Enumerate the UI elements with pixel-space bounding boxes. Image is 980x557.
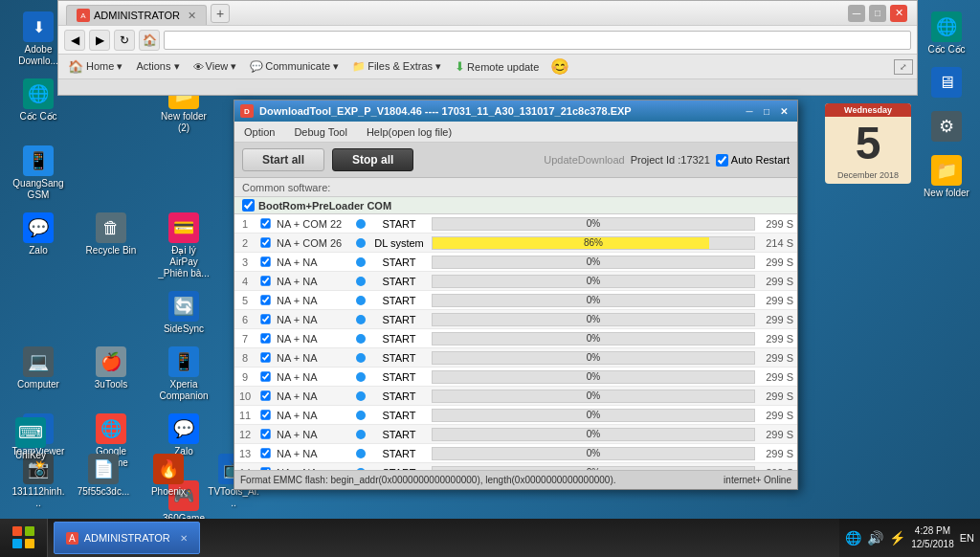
nav-forward[interactable]: ▶ (89, 30, 110, 51)
taskbar-item-administrator[interactable]: A ADMINISTRATOR ✕ (54, 522, 200, 554)
browser-maximize[interactable]: □ (869, 5, 886, 22)
row-port: NA + COM 22 (275, 218, 351, 230)
taskbar-time: 4:28 PM (911, 524, 954, 538)
stop-all-button[interactable]: Stop all (332, 148, 413, 171)
section-header: BootRom+PreLoader COM (234, 197, 797, 214)
tab-close-icon[interactable]: ✕ (188, 10, 196, 22)
row-progress: 0% (428, 294, 759, 307)
row-check[interactable] (256, 313, 275, 325)
new-tab-button[interactable]: + (211, 4, 230, 23)
window-title: DownloadTool_EXP_P_V1804.46 ---- 17031_1… (259, 105, 742, 117)
fullscreen-toggle[interactable]: ⤢ (894, 59, 913, 75)
row-progress: 0% (428, 275, 759, 288)
start-all-button[interactable]: Start all (242, 148, 324, 171)
browser-chrome: A ADMINISTRATOR ✕ + ─ □ ✕ ◀ ▶ ↻ 🏠 🏠 Home… (57, 0, 918, 96)
row-port: NA + NA (275, 429, 351, 440)
row-check[interactable] (256, 332, 275, 345)
icon-coc-coc-right[interactable]: 🌐 Cốc Cốc (916, 8, 977, 59)
menu-option[interactable]: Option (238, 124, 280, 140)
table-row: 11 NA + NA START 0% 299 S (234, 406, 797, 425)
table-row: 9 NA + NA START 0% 299 S (234, 368, 797, 387)
row-check[interactable] (256, 370, 275, 383)
menu-view[interactable]: 👁 View ▾ (188, 58, 243, 75)
menu-communicate[interactable]: 💬 Communicate ▾ (244, 58, 345, 75)
row-num: 11 (234, 410, 256, 421)
menu-emoji: 😊 (550, 57, 569, 76)
window-restore-btn[interactable]: □ (759, 103, 774, 119)
row-action: START (370, 295, 428, 306)
row-check[interactable] (256, 256, 275, 268)
icon-3utools[interactable]: 🍎 3uTools (80, 343, 142, 406)
window-close-btn[interactable]: ✕ (776, 103, 791, 119)
menu-help[interactable]: Help(open log file) (361, 124, 457, 140)
row-check[interactable] (256, 275, 275, 287)
row-dot (351, 353, 370, 363)
start-button[interactable] (0, 519, 48, 557)
row-dot (351, 334, 370, 344)
row-port: NA + COM 26 (275, 237, 351, 249)
row-check[interactable] (256, 409, 275, 421)
row-check[interactable] (256, 294, 275, 306)
icon-unikey[interactable]: ⌨ UniKey (0, 413, 61, 465)
row-port: NA + NA (275, 295, 351, 306)
row-time: 299 S (759, 410, 797, 421)
browser-tab[interactable]: A ADMINISTRATOR ✕ (66, 5, 207, 25)
row-check[interactable] (256, 351, 275, 364)
menu-remote[interactable]: ⬇ Remote update (449, 57, 545, 76)
row-check[interactable] (256, 390, 275, 402)
row-progress: 0% (428, 313, 759, 326)
row-port: NA + NA (275, 352, 351, 364)
row-num: 10 (234, 390, 256, 402)
row-check[interactable] (256, 236, 275, 249)
row-dot (351, 219, 370, 229)
menu-home[interactable]: 🏠 Home ▾ (62, 57, 128, 76)
nav-back[interactable]: ◀ (64, 30, 85, 51)
nav-home[interactable]: 🏠 (139, 30, 160, 51)
menu-debug[interactable]: Debug Tool (288, 124, 352, 140)
row-progress: 0% (428, 428, 759, 441)
browser-minimize[interactable]: ─ (848, 5, 865, 22)
icon-settings-right[interactable]: ⚙ (916, 107, 977, 147)
icon-teamviewer-right[interactable]: 🖥 (916, 63, 977, 103)
browser-close[interactable]: ✕ (890, 5, 907, 22)
icon-computer[interactable]: 💻 Computer (8, 343, 69, 406)
row-check[interactable] (256, 466, 275, 470)
icon-daily-airpay[interactable]: 💳 Đại lý AirPay _Phiên bà... (153, 209, 214, 283)
menu-actions[interactable]: Actions ▾ (130, 58, 185, 75)
row-port: NA + NA (275, 390, 351, 402)
windows-logo (12, 526, 35, 549)
table-row: 1 NA + COM 22 START 0% 299 S (234, 214, 797, 234)
row-progress: 0% (428, 447, 759, 460)
row-progress: 0% (428, 332, 759, 345)
row-check[interactable] (256, 217, 275, 230)
icon-75f[interactable]: 📄 75f55c3dc... (73, 450, 134, 513)
row-time: 299 S (759, 256, 797, 268)
window-minimize-btn[interactable]: ─ (742, 103, 757, 119)
update-link[interactable]: UpdateDownload (544, 154, 624, 166)
taskbar-date: 12/5/2018 (911, 538, 954, 551)
nav-refresh[interactable]: ↻ (114, 30, 135, 51)
taskbar-close-icon[interactable]: ✕ (180, 533, 188, 544)
icon-sidesync[interactable]: 🔄 SideSync (153, 287, 214, 339)
row-progress: 0% (428, 466, 759, 471)
icon-phoenix[interactable]: 🔥 Phoenix (138, 450, 199, 513)
icon-xperia[interactable]: 📱 Xperia Companion (153, 343, 214, 406)
row-dot (351, 391, 370, 401)
taskbar-items: A ADMINISTRATOR ✕ (48, 519, 839, 557)
menu-files[interactable]: 📁 Files & Extras ▾ (346, 58, 447, 75)
row-num: 9 (234, 371, 256, 383)
icon-quangsang[interactable]: 📱 QuangSang GSM (8, 142, 69, 205)
common-software-bar: Common software: (234, 178, 797, 197)
row-check[interactable] (256, 447, 275, 459)
row-time: 299 S (759, 352, 797, 364)
auto-restart-checkbox[interactable] (716, 154, 728, 167)
icon-new-folder-right[interactable]: 📁 New folder (916, 151, 977, 203)
icon-zalo[interactable]: 💬 Zalo (8, 209, 69, 283)
row-dot (351, 411, 370, 420)
icon-recycle-bin[interactable]: 🗑 Recycle Bin (80, 209, 142, 283)
row-check[interactable] (256, 428, 275, 440)
row-num: 14 (234, 467, 256, 471)
section-checkbox[interactable] (242, 199, 255, 212)
row-progress: 0% (428, 370, 759, 384)
row-dot (351, 277, 370, 286)
